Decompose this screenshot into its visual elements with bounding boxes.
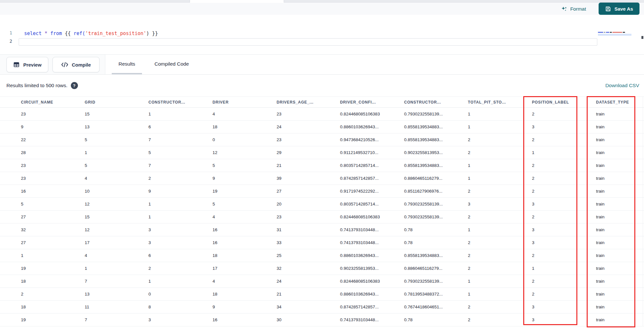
table-cell: 15 bbox=[85, 214, 148, 219]
preview-button[interactable]: Preview bbox=[6, 57, 48, 72]
table-cell: 18 bbox=[21, 305, 85, 309]
table-row: 197316300.7413793103448...0.7823train bbox=[0, 314, 644, 326]
table-cell: 1 bbox=[148, 112, 213, 116]
table-cell: 33 bbox=[277, 240, 340, 245]
table-cell: 2 bbox=[468, 150, 532, 155]
table-cell: train bbox=[596, 266, 644, 271]
floppy-disk-icon bbox=[605, 6, 611, 12]
code-token: }} bbox=[149, 31, 158, 36]
column-header[interactable]: DRIVER_CONFI... bbox=[340, 100, 404, 105]
table-cell: 0.9473684210526... bbox=[340, 137, 404, 142]
format-button[interactable]: Format bbox=[561, 3, 586, 15]
active-line-cursor-box[interactable] bbox=[19, 38, 597, 46]
column-header[interactable]: DRIVERS_AGE_... bbox=[277, 100, 340, 105]
table-cell: 0.7674418604651... bbox=[404, 305, 468, 309]
table-cell: 2 bbox=[468, 189, 532, 194]
table-cell: 27 bbox=[277, 189, 340, 194]
table-cell: 9 bbox=[213, 176, 277, 181]
table-cell: 1 bbox=[468, 176, 532, 181]
active-file-tab[interactable] bbox=[190, 0, 284, 3]
table-cell: 5 bbox=[148, 150, 213, 155]
table-cell: 4 bbox=[85, 176, 148, 181]
code-brackets-icon bbox=[61, 62, 68, 68]
column-header[interactable]: TOTAL_PIT_STO... bbox=[468, 100, 532, 105]
table-cell: 2 bbox=[468, 214, 532, 219]
table-cell: 16 bbox=[213, 317, 277, 322]
table-cell: 5 bbox=[85, 163, 148, 168]
download-csv-link[interactable]: Download CSV bbox=[605, 75, 639, 96]
table-cell: 9 bbox=[213, 305, 277, 309]
table-cell: 1 bbox=[468, 279, 532, 284]
table-cell: 13 bbox=[85, 124, 148, 129]
table-cell: 0.8558139534883... bbox=[404, 124, 468, 129]
table-cell: train bbox=[596, 214, 644, 219]
code-token: ) bbox=[146, 31, 149, 36]
table-cell: 0.7413793103448... bbox=[340, 317, 404, 322]
editor-minimap[interactable] bbox=[598, 32, 632, 36]
tab-results-label: Results bbox=[118, 61, 135, 67]
minimap-segment bbox=[623, 32, 625, 33]
table-cell: train bbox=[596, 317, 644, 322]
table-cell: train bbox=[596, 124, 644, 129]
column-header[interactable]: DRIVER bbox=[213, 100, 277, 105]
table-cell: 16 bbox=[213, 240, 277, 245]
minimap-segment bbox=[604, 32, 605, 33]
table-cell: 12 bbox=[213, 150, 277, 155]
table-cell: 2 bbox=[148, 176, 213, 181]
table-cell: 27 bbox=[21, 240, 85, 245]
table-cell: 0.8742857142857... bbox=[340, 176, 404, 181]
table-cell: 24 bbox=[277, 124, 340, 129]
table-row: 22570230.9473684210526...0.8558139534883… bbox=[0, 133, 644, 146]
table-row: 231514230.8244680851063830.7930232558139… bbox=[0, 108, 644, 121]
table-cell: 0.8558139534883... bbox=[404, 137, 468, 142]
table-cell: 18 bbox=[21, 279, 85, 284]
table-body: 231514230.8244680851063830.7930232558139… bbox=[0, 108, 644, 326]
code-token bbox=[47, 31, 50, 36]
table-cell: 4 bbox=[85, 253, 148, 258]
table-cell: 0.824468085106383 bbox=[340, 214, 404, 219]
column-header[interactable]: CIRCUIT_NAME bbox=[21, 100, 85, 105]
table-cell: 19 bbox=[213, 189, 277, 194]
code-editor[interactable]: 1 2 select * from {{ ref('train_test_pos… bbox=[0, 15, 644, 54]
table-cell: train bbox=[596, 305, 644, 309]
table-row: 213018210.8860103626943...0.781395348837… bbox=[0, 288, 644, 301]
table-cell: 0.7813953488372... bbox=[404, 292, 468, 296]
table-cell: 24 bbox=[277, 279, 340, 284]
code-token: from bbox=[50, 31, 62, 36]
table-row: 1610919270.9171974522292...0.85116279069… bbox=[0, 185, 644, 198]
column-header[interactable]: CONSTRUCTOR... bbox=[404, 100, 468, 105]
tab-results[interactable]: Results bbox=[112, 55, 142, 74]
table-cell: 3 bbox=[532, 124, 596, 129]
table-row: 23429390.8742857142857...0.8860465116279… bbox=[0, 172, 644, 185]
table-cell: train bbox=[596, 227, 644, 232]
table-cell: 28 bbox=[21, 150, 85, 155]
save-as-button[interactable]: Save As bbox=[599, 3, 639, 15]
table-cell: 23 bbox=[277, 112, 340, 116]
table-cell: 1 bbox=[468, 227, 532, 232]
table-grid-icon bbox=[13, 61, 20, 68]
table-cell: 19 bbox=[21, 317, 85, 322]
column-header[interactable]: POSITION_LABEL bbox=[532, 100, 596, 105]
table-cell: 16 bbox=[21, 189, 85, 194]
table-cell: 32 bbox=[277, 266, 340, 271]
column-header[interactable]: CONSTRUCTOR... bbox=[148, 100, 213, 105]
table-cell: 16 bbox=[213, 227, 277, 232]
table-cell: 23 bbox=[277, 214, 340, 219]
table-cell: 9 bbox=[148, 189, 213, 194]
question-mark-circle-icon[interactable]: ? bbox=[71, 82, 78, 89]
table-cell: 0.7413793103448... bbox=[340, 240, 404, 245]
tab-compiled-code[interactable]: Compiled Code bbox=[148, 55, 196, 74]
editor-toolbar: Format Save As bbox=[0, 3, 644, 15]
table-cell: 0.78 bbox=[404, 240, 468, 245]
table-cell: train bbox=[596, 176, 644, 181]
column-header[interactable]: GRID bbox=[85, 100, 148, 105]
table-cell: 17 bbox=[213, 266, 277, 271]
sparkles-icon bbox=[561, 6, 567, 12]
code-token: select bbox=[24, 31, 42, 36]
line-number-2: 2 bbox=[5, 39, 12, 44]
column-header[interactable]: DATASET_TYPE bbox=[596, 100, 644, 105]
scrollbar-marker[interactable] bbox=[641, 36, 643, 39]
table-cell: 3 bbox=[532, 202, 596, 206]
compile-button[interactable]: Compile bbox=[52, 57, 99, 72]
table-cell: 18 bbox=[213, 253, 277, 258]
